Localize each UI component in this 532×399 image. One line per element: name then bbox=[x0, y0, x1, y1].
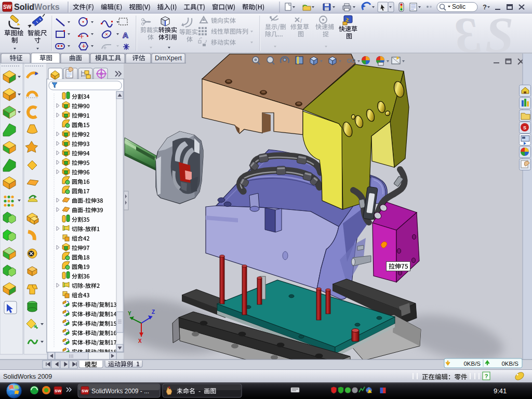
svg-text:Z: Z bbox=[152, 309, 155, 315]
svg-text:SW: SW bbox=[82, 389, 88, 393]
svg-text:SW: SW bbox=[3, 4, 12, 10]
svg-text:SolidWorks 2009: SolidWorks 2009 bbox=[3, 373, 52, 380]
svg-text:3: 3 bbox=[455, 7, 481, 63]
svg-text:SolidWorks: SolidWorks bbox=[14, 3, 60, 11]
svg-text:SolidWorks 2009 - ...: SolidWorks 2009 - ... bbox=[91, 388, 149, 395]
svg-text:0KB/S: 0KB/S bbox=[463, 361, 481, 367]
svg-text:0KB/S: 0KB/S bbox=[501, 361, 518, 367]
svg-text:S: S bbox=[523, 125, 526, 130]
svg-text:SW: SW bbox=[55, 389, 61, 393]
svg-text:?: ? bbox=[485, 373, 488, 379]
svg-text:DimXpert: DimXpert bbox=[155, 55, 182, 62]
svg-text:X: X bbox=[138, 338, 142, 344]
svg-text:9:41: 9:41 bbox=[494, 387, 507, 395]
svg-text:A: A bbox=[123, 31, 128, 39]
svg-text:S: S bbox=[485, 7, 514, 63]
svg-text:Y: Y bbox=[128, 311, 131, 316]
